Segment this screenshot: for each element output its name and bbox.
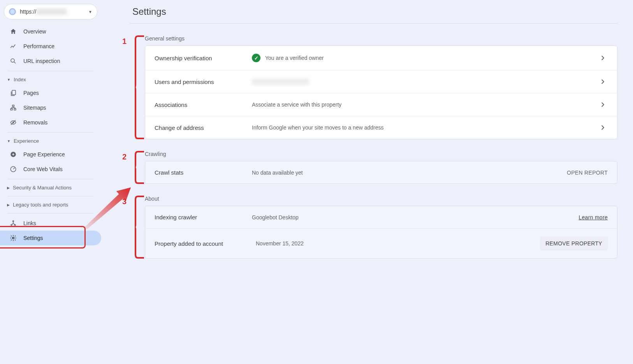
svg-point-8 bbox=[13, 220, 14, 222]
nav-page-experience[interactable]: Page Experience bbox=[0, 147, 101, 162]
nav-label: Sitemaps bbox=[23, 105, 46, 111]
eye-off-icon bbox=[9, 119, 17, 126]
annotation-bracket bbox=[135, 196, 144, 259]
section-header: About bbox=[145, 196, 617, 202]
svg-point-11 bbox=[12, 237, 14, 239]
row-value: No data available yet bbox=[252, 170, 559, 176]
row-value: Associate a service with this property bbox=[252, 102, 590, 108]
row-value: Googlebot Desktop bbox=[252, 214, 571, 220]
gear-icon bbox=[9, 234, 17, 242]
annotation-bracket bbox=[135, 35, 144, 139]
svg-point-0 bbox=[11, 59, 14, 62]
chevron-right-icon[interactable] bbox=[598, 54, 608, 61]
svg-rect-2 bbox=[12, 105, 14, 107]
row-users[interactable]: Users and permissions redacted user, red… bbox=[145, 70, 617, 93]
section-header: Crawling bbox=[145, 151, 617, 157]
nav-links[interactable]: Links bbox=[0, 216, 101, 231]
section-crawling: 2 Crawling Crawl stats No data available… bbox=[132, 151, 617, 184]
title-divider bbox=[130, 23, 617, 24]
general-card: Ownership verification ✓ You are a verif… bbox=[145, 46, 617, 139]
nav-url-inspection[interactable]: URL inspection bbox=[0, 54, 101, 68]
sitemap-icon bbox=[9, 104, 17, 111]
svg-rect-4 bbox=[14, 108, 16, 110]
nav-label: Performance bbox=[23, 43, 55, 49]
section-header: General settings bbox=[145, 35, 617, 42]
annotation-number: 2 bbox=[122, 152, 127, 161]
chevron-right-icon[interactable] bbox=[598, 101, 608, 108]
section-general: 1 General settings Ownership verificatio… bbox=[132, 35, 617, 139]
nav-divider bbox=[8, 132, 93, 133]
row-name: Crawl stats bbox=[155, 169, 244, 176]
pages-icon bbox=[9, 89, 17, 96]
row-ownership[interactable]: Ownership verification ✓ You are a verif… bbox=[145, 46, 617, 70]
caret-down-icon: ▼ bbox=[7, 139, 11, 143]
caret-right-icon: ▶ bbox=[7, 186, 10, 190]
nav-removals[interactable]: Removals bbox=[0, 115, 101, 130]
nav-settings[interactable]: Settings bbox=[0, 231, 101, 245]
row-indexing-crawler: Indexing crawler Googlebot Desktop Learn… bbox=[145, 206, 617, 229]
gauge-icon bbox=[9, 166, 17, 173]
svg-rect-1 bbox=[12, 90, 16, 94]
links-icon bbox=[9, 220, 17, 227]
nav-label: Page Experience bbox=[23, 151, 65, 158]
row-value: Inform Google when your site moves to a … bbox=[252, 124, 590, 131]
caret-right-icon: ▶ bbox=[7, 203, 10, 207]
nav-section-label: Index bbox=[14, 77, 26, 82]
nav-overview[interactable]: Overview bbox=[0, 24, 101, 39]
search-icon bbox=[9, 58, 17, 65]
nav-label: Settings bbox=[23, 235, 43, 241]
nav-pages[interactable]: Pages bbox=[0, 86, 101, 100]
nav-performance[interactable]: Performance bbox=[0, 39, 101, 54]
nav-section-label: Security & Manual Actions bbox=[13, 185, 72, 191]
caret-down-icon: ▼ bbox=[88, 10, 92, 14]
plus-circle-icon bbox=[9, 151, 17, 158]
row-name: Ownership verification bbox=[155, 55, 244, 61]
crawling-card: Crawl stats No data available yet OPEN R… bbox=[145, 161, 617, 184]
nav-label: Removals bbox=[23, 119, 47, 126]
nav-sitemaps[interactable]: Sitemaps bbox=[0, 100, 101, 115]
row-name: Change of address bbox=[155, 124, 244, 131]
home-icon bbox=[9, 28, 17, 35]
nav-section-index[interactable]: ▼ Index bbox=[0, 74, 101, 86]
annotation-number: 1 bbox=[122, 37, 127, 46]
trend-icon bbox=[9, 43, 17, 50]
main-content: Settings 1 General settings Ownership ve… bbox=[101, 0, 633, 364]
nav-divider bbox=[8, 71, 93, 71]
page-title: Settings bbox=[132, 0, 617, 23]
annotation-bracket bbox=[135, 151, 144, 184]
check-icon: ✓ bbox=[252, 54, 260, 62]
globe-icon bbox=[9, 8, 16, 15]
nav-section-label: Experience bbox=[14, 138, 39, 144]
row-name: Property added to account bbox=[155, 240, 248, 247]
nav-core-web-vitals[interactable]: Core Web Vitals bbox=[0, 162, 101, 177]
nav-divider bbox=[8, 196, 93, 196]
learn-more-link[interactable]: Learn more bbox=[578, 214, 608, 220]
row-name: Indexing crawler bbox=[155, 214, 244, 220]
nav-label: Overview bbox=[23, 28, 46, 35]
nav-label: Links bbox=[23, 220, 36, 226]
remove-property-button[interactable]: REMOVE PROPERTY bbox=[540, 236, 608, 250]
row-value: redacted user, redacted bbox=[252, 79, 590, 85]
open-report-button[interactable]: OPEN REPORT bbox=[567, 170, 608, 176]
nav-section-legacy[interactable]: ▶ Legacy tools and reports bbox=[0, 199, 101, 211]
nav-section-experience[interactable]: ▼ Experience bbox=[0, 135, 101, 147]
nav-section-security[interactable]: ▶ Security & Manual Actions bbox=[0, 182, 101, 194]
row-value: ✓ You are a verified owner bbox=[252, 54, 590, 62]
property-selector[interactable]: https://example site ▼ bbox=[4, 4, 97, 19]
sidebar: https://example site ▼ Overview Performa… bbox=[0, 0, 101, 364]
row-value: November 15, 2022 bbox=[256, 240, 532, 247]
chevron-right-icon[interactable] bbox=[598, 124, 608, 131]
nav-label: Core Web Vitals bbox=[23, 166, 63, 172]
row-name: Users and permissions bbox=[155, 79, 244, 85]
about-card: Indexing crawler Googlebot Desktop Learn… bbox=[145, 206, 617, 259]
row-associations[interactable]: Associations Associate a service with th… bbox=[145, 93, 617, 116]
nav-label: Pages bbox=[23, 90, 39, 96]
nav-divider bbox=[8, 213, 93, 214]
annotation-number: 3 bbox=[122, 197, 127, 206]
row-change-address[interactable]: Change of address Inform Google when you… bbox=[145, 116, 617, 139]
nav-divider bbox=[8, 179, 93, 179]
nav-section-label: Legacy tools and reports bbox=[13, 202, 68, 208]
row-property-added: Property added to account November 15, 2… bbox=[145, 229, 617, 258]
svg-rect-3 bbox=[11, 108, 12, 110]
chevron-right-icon[interactable] bbox=[598, 78, 608, 85]
